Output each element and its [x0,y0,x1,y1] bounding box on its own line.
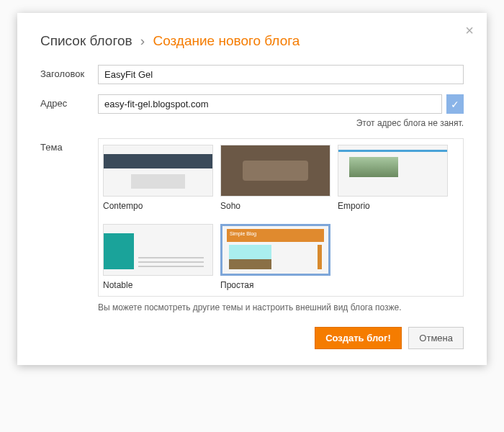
theme-option-soho[interactable]: Soho [220,145,330,218]
breadcrumb-root[interactable]: Список блогов [40,33,132,48]
theme-name-label: Soho [220,201,330,211]
theme-option-notable[interactable]: Notable [103,224,213,297]
title-label: Заголовок [40,65,98,79]
theme-hint-text: Вы можете посмотреть другие темы и настр… [98,302,464,312]
title-input[interactable] [98,65,464,84]
cancel-button[interactable]: Отмена [408,327,464,349]
theme-thumbnail: Simple Blog [220,224,330,276]
breadcrumb-current: Создание нового блога [153,33,300,48]
address-label: Адрес [40,94,98,109]
theme-thumbnail [220,145,330,197]
create-blog-button[interactable]: Создать блог! [315,327,402,349]
theme-thumbnail [103,224,213,276]
dialog-actions: Создать блог! Отмена [40,327,464,349]
address-input[interactable] [98,94,442,114]
theme-name-label: Простая [220,280,330,290]
theme-name-label: Notable [103,280,213,290]
theme-label: Тема [40,138,98,153]
theme-option-emporio[interactable]: Emporio [338,145,448,218]
thumb-title: Simple Blog [227,229,324,238]
create-blog-dialog: × Список блогов › Создание нового блога … [17,13,487,365]
theme-name-label: Emporio [338,201,448,211]
breadcrumb-separator: › [140,33,145,48]
theme-picker[interactable]: Contempo Soho Emporio Notable [98,138,464,297]
close-icon[interactable]: × [465,23,474,37]
theme-option-contempo[interactable]: Contempo [103,145,213,218]
theme-thumbnail [103,145,213,197]
theme-option-simple[interactable]: Simple Blog Простая [220,224,330,297]
check-icon: ✓ [446,94,464,114]
address-status-text: Этот адрес блога не занят. [98,118,464,128]
breadcrumb: Список блогов › Создание нового блога [40,33,464,49]
theme-thumbnail [338,145,448,197]
theme-name-label: Contempo [103,201,213,211]
